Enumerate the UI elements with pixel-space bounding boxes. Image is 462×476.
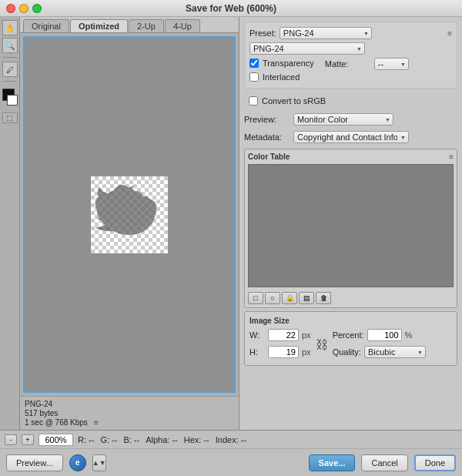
quality-select-wrapper[interactable]: Bicubic Bilinear Nearest Neighbor <box>364 346 426 358</box>
ct-btn-2[interactable]: ○ <box>265 292 280 304</box>
width-row: W: px <box>249 329 311 341</box>
eyedropper-tool[interactable]: 🖊 <box>2 62 18 77</box>
matte-label: Matte: <box>325 59 371 69</box>
browser-icon: e <box>69 454 86 471</box>
wh-inputs: W: px H: px <box>249 329 311 360</box>
image-canvas <box>23 36 236 393</box>
percent-unit: % <box>405 330 413 340</box>
color-table-label: Color Table <box>248 153 290 161</box>
matte-select[interactable]: -- <box>374 58 409 70</box>
window-controls[interactable] <box>6 4 42 13</box>
preset-section: Preset: PNG-24 PNG-8 JPEG GIF ≡ <box>244 22 457 89</box>
browser-arrows[interactable]: ▲▼ <box>92 454 106 471</box>
format-select-wrapper[interactable]: PNG-24 PNG-8 JPEG GIF <box>249 42 365 55</box>
tabs-row: Original Optimized 2-Up 4-Up <box>20 17 239 33</box>
zoom-out-button[interactable]: - <box>5 434 17 445</box>
metadata-label: Metadata: <box>244 132 290 142</box>
bird-image <box>95 180 164 250</box>
h-unit: px <box>302 347 311 357</box>
ct-btn-3[interactable]: 🔒 <box>282 292 297 304</box>
g-info: G: -- <box>100 435 117 444</box>
width-input[interactable] <box>268 329 299 341</box>
transparency-checkbox[interactable] <box>249 59 259 68</box>
tab-original[interactable]: Original <box>23 19 69 32</box>
height-row: H: px <box>249 346 311 358</box>
hand-tool[interactable]: ✋ <box>2 20 18 35</box>
matte-select-wrapper[interactable]: -- <box>374 58 409 70</box>
time-label: 1 sec @ 768 Kbps <box>25 418 88 427</box>
tab-4up[interactable]: 4-Up <box>165 19 200 32</box>
left-panel: ✋ 🔍 🖊 ⬚ Original Optimized <box>0 17 239 430</box>
done-button[interactable]: Done <box>414 454 456 471</box>
metadata-select[interactable]: Copyright and Contact Info None All <box>293 131 409 143</box>
metadata-select-wrapper[interactable]: Copyright and Contact Info None All <box>293 131 409 143</box>
preview-row: Preview: Monitor Color Working CMYK <box>244 113 457 126</box>
main-container: ✋ 🔍 🖊 ⬚ Original Optimized <box>0 17 462 476</box>
image-size-section: Image Size W: px H: px <box>244 311 457 366</box>
preview-select[interactable]: Monitor Color Working CMYK <box>293 113 393 126</box>
transparency-label[interactable]: Transparency <box>263 59 314 68</box>
convert-srgb-row: Convert to sRGB <box>249 96 453 106</box>
interlaced-checkbox[interactable] <box>249 72 259 82</box>
b-info: B: -- <box>123 435 139 444</box>
ct-btn-4[interactable]: ▤ <box>299 292 314 304</box>
matte-row: Matte: -- <box>325 58 409 70</box>
convert-srgb-label[interactable]: Convert to sRGB <box>262 96 326 106</box>
tool-separator <box>3 57 17 58</box>
toolbox: ✋ 🔍 🖊 ⬚ <box>0 17 20 430</box>
format-select[interactable]: PNG-24 PNG-8 JPEG GIF <box>249 42 365 55</box>
minimize-button[interactable] <box>19 4 28 13</box>
image-size-header: Image Size <box>249 317 452 325</box>
save-button[interactable]: Save... <box>309 454 356 471</box>
zoom-tool[interactable]: 🔍 <box>2 38 18 53</box>
image-preview <box>83 169 176 261</box>
maximize-button[interactable] <box>32 4 42 13</box>
color-table-canvas <box>248 164 454 287</box>
percent-quality-inputs: Percent: % Quality: Bicubic Bilinear Nea… <box>333 329 426 360</box>
percent-input[interactable] <box>367 329 402 341</box>
tab-optimized[interactable]: Optimized <box>70 19 128 32</box>
right-panel: Preset: PNG-24 PNG-8 JPEG GIF ≡ <box>239 17 462 430</box>
time-info: 1 sec @ 768 Kbps ≡ <box>25 418 234 427</box>
action-bar: Preview... e ▲▼ Save... Cancel Done <box>0 448 462 476</box>
height-input[interactable] <box>268 346 299 358</box>
preset-row: Preset: PNG-24 PNG-8 JPEG GIF ≡ <box>249 27 452 39</box>
color-table-menu-icon[interactable]: ≡ <box>449 153 454 161</box>
color-table-section: Color Table ≡ □ ○ 🔒 ▤ 🗑 <box>244 149 457 308</box>
convert-srgb-checkbox[interactable] <box>249 96 258 106</box>
image-map-tool[interactable]: ⬚ <box>2 112 18 123</box>
preview-button[interactable]: Preview... <box>6 454 63 471</box>
content-area: ✋ 🔍 🖊 ⬚ Original Optimized <box>0 17 462 430</box>
metadata-row: Metadata: Copyright and Contact Info Non… <box>244 131 457 143</box>
cancel-button[interactable]: Cancel <box>361 454 407 471</box>
menu-icon[interactable]: ≡ <box>94 418 99 427</box>
percent-label: Percent: <box>333 330 364 340</box>
background-color[interactable] <box>7 95 18 106</box>
ct-btn-5[interactable]: 🗑 <box>316 292 331 304</box>
hex-info: Hex: -- <box>184 435 209 444</box>
w-unit: px <box>302 330 311 340</box>
h-label: H: <box>249 347 265 357</box>
zoom-input[interactable] <box>38 434 73 446</box>
close-button[interactable] <box>6 4 15 13</box>
transparency-matte-row: Transparency Matte: -- <box>249 58 452 70</box>
tab-2up[interactable]: 2-Up <box>129 19 164 32</box>
chain-link-icon: ⛓ <box>316 338 328 352</box>
w-label: W: <box>249 330 265 340</box>
ct-btn-1[interactable]: □ <box>248 292 263 304</box>
preset-label: Preset: <box>249 28 276 38</box>
interlaced-label[interactable]: Interlaced <box>263 72 300 82</box>
bottom-bar: - + R: -- G: -- B: -- Alpha: -- Hex: -- … <box>0 430 462 448</box>
zoom-in-button[interactable]: + <box>22 434 34 445</box>
quality-select[interactable]: Bicubic Bilinear Nearest Neighbor <box>364 346 426 358</box>
alpha-info: Alpha: -- <box>146 435 178 444</box>
transparency-row: Transparency <box>249 59 314 68</box>
preset-select[interactable]: PNG-24 PNG-8 JPEG GIF <box>280 27 372 39</box>
quality-row: Quality: Bicubic Bilinear Nearest Neighb… <box>333 346 426 358</box>
size-label: 517 bytes <box>25 409 58 417</box>
preview-select-wrapper[interactable]: Monitor Color Working CMYK <box>293 113 393 126</box>
preset-menu-icon[interactable]: ≡ <box>447 29 452 38</box>
format-row: PNG-24 PNG-8 JPEG GIF <box>249 42 452 55</box>
preview-label: Preview: <box>244 115 290 124</box>
preset-select-wrapper[interactable]: PNG-24 PNG-8 JPEG GIF <box>280 27 372 39</box>
